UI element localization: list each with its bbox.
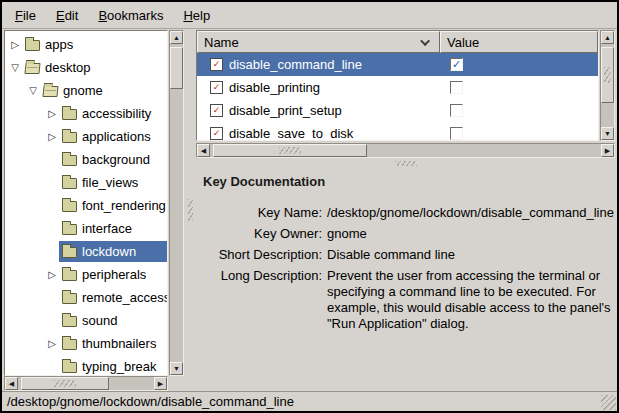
open-folder-icon xyxy=(24,63,40,74)
folder-icon xyxy=(62,247,77,258)
tree-item-desktop[interactable]: ▽ desktop xyxy=(5,56,167,79)
menu-help[interactable]: Help xyxy=(173,5,220,26)
expander-collapsed-icon[interactable]: ▷ xyxy=(8,39,22,50)
expander-expanded-icon[interactable]: ▽ xyxy=(8,62,22,73)
pane-splitter-vertical[interactable] xyxy=(186,29,195,391)
splitter-grip xyxy=(188,199,193,221)
key-documentation-pane: Key Documentation Key Name: /desktop/gno… xyxy=(196,168,615,391)
splitter-grip xyxy=(395,161,417,166)
scroll-up-icon[interactable]: ▲ xyxy=(170,31,183,44)
doc-long-description-value: Prevent the user from accessing the term… xyxy=(327,268,615,332)
value-checkbox[interactable]: ✓ xyxy=(450,58,463,71)
tree-vscroll-thumb[interactable] xyxy=(170,47,183,89)
key-list-vertical-scrollbar[interactable]: ▲ ▼ xyxy=(600,30,615,141)
menu-file[interactable]: File xyxy=(5,5,46,26)
scroll-up-icon[interactable]: ▲ xyxy=(601,31,614,44)
key-row-disable-save-to-disk[interactable]: ✓disable_save_to_disk ✓ xyxy=(197,122,598,141)
doc-short-description-value: Disable command line xyxy=(327,247,615,263)
expander-collapsed-icon[interactable]: ▷ xyxy=(45,338,59,349)
key-icon: ✓ xyxy=(210,81,223,94)
scroll-down-icon[interactable]: ▼ xyxy=(170,362,183,375)
folder-icon xyxy=(62,270,77,281)
tree-item-peripherals[interactable]: ▷ peripherals xyxy=(5,263,167,286)
doc-field-label: Key Name: xyxy=(196,205,322,221)
column-header-value[interactable]: Value xyxy=(440,31,598,53)
tree-item-interface[interactable]: interface xyxy=(5,217,167,240)
tree-hscroll-thumb[interactable] xyxy=(21,377,109,390)
tree-item-applications[interactable]: ▷ applications xyxy=(5,125,167,148)
value-checkbox[interactable]: ✓ xyxy=(450,127,463,140)
tree-item-file-views[interactable]: file_views xyxy=(5,171,167,194)
value-checkbox[interactable]: ✓ xyxy=(450,104,463,117)
tree-item-accessibility[interactable]: ▷ accessibility xyxy=(5,102,167,125)
doc-field-label: Key Owner: xyxy=(196,226,322,242)
statusbar-path: /desktop/gnome/lockdown/disable_command_… xyxy=(7,394,294,409)
value-checkbox[interactable]: ✓ xyxy=(450,81,463,94)
folder-icon xyxy=(25,40,40,51)
config-tree: ▷ apps ▽ desktop ▽ gnome ▷ accessibility… xyxy=(4,30,168,376)
folder-icon xyxy=(62,362,77,373)
doc-key-owner-value: gnome xyxy=(327,226,615,242)
open-folder-icon xyxy=(42,86,58,97)
folder-icon xyxy=(62,316,77,327)
folder-icon xyxy=(62,293,77,304)
folder-icon xyxy=(62,132,77,143)
tree-item-sound[interactable]: sound xyxy=(5,309,167,332)
menu-bookmarks[interactable]: Bookmarks xyxy=(88,5,173,26)
menu-edit[interactable]: Edit xyxy=(46,5,88,26)
scroll-down-icon[interactable]: ▼ xyxy=(601,127,614,140)
folder-icon xyxy=(62,339,77,350)
tree-item-background[interactable]: background xyxy=(5,148,167,171)
scroll-right-icon[interactable]: ▶ xyxy=(601,144,614,157)
folder-icon xyxy=(62,201,77,212)
key-list-horizontal-scrollbar[interactable]: ◀ ▶ xyxy=(196,143,615,158)
sort-indicator-icon xyxy=(420,36,430,46)
key-row-disable-printing[interactable]: ✓disable_printing ✓ xyxy=(197,76,598,99)
key-row-disable-command-line[interactable]: ✓disable_command_line ✓ xyxy=(197,53,598,76)
tree-vertical-scrollbar[interactable]: ▲ ▼ xyxy=(169,30,184,376)
folder-icon xyxy=(62,155,77,166)
tree-item-remote-access[interactable]: remote_access xyxy=(5,286,167,309)
expander-collapsed-icon[interactable]: ▷ xyxy=(45,269,59,280)
doc-field-label: Short Description: xyxy=(196,247,322,263)
tree-item-apps[interactable]: ▷ apps xyxy=(5,33,167,56)
tree-item-thumbnailers[interactable]: ▷ thumbnailers xyxy=(5,332,167,355)
gconf-editor-window: File Edit Bookmarks Help ▷ apps ▽ deskto… xyxy=(0,0,619,413)
key-row-disable-print-setup[interactable]: ✓disable_print_setup ✓ xyxy=(197,99,598,122)
doc-key-name-value: /desktop/gnome/lockdown/disable_command_… xyxy=(327,205,615,221)
doc-title: Key Documentation xyxy=(196,168,615,189)
column-header-name[interactable]: Name xyxy=(197,31,440,53)
list-hscroll-thumb[interactable] xyxy=(213,144,367,157)
key-icon: ✓ xyxy=(210,104,223,117)
tree-horizontal-scrollbar[interactable]: ◀ ▶ xyxy=(4,376,168,391)
pane-splitter-horizontal[interactable] xyxy=(196,158,615,168)
scroll-right-icon[interactable]: ▶ xyxy=(154,377,167,390)
key-list: Name Value ✓disable_command_line ✓ ✓disa… xyxy=(196,30,599,141)
expander-expanded-icon[interactable]: ▽ xyxy=(26,85,40,96)
scroll-left-icon[interactable]: ◀ xyxy=(5,377,18,390)
key-list-header: Name Value xyxy=(197,31,598,53)
tree-item-typing-break[interactable]: typing_break xyxy=(5,355,167,376)
statusbar: /desktop/gnome/lockdown/disable_command_… xyxy=(2,391,617,411)
expander-collapsed-icon[interactable]: ▷ xyxy=(45,131,59,142)
key-icon: ✓ xyxy=(210,58,223,71)
tree-item-lockdown[interactable]: lockdown xyxy=(5,240,167,263)
doc-field-label: Long Description: xyxy=(196,268,322,332)
resize-grip[interactable] xyxy=(601,395,616,410)
expander-collapsed-icon[interactable]: ▷ xyxy=(45,108,59,119)
menubar: File Edit Bookmarks Help xyxy=(2,2,617,29)
folder-icon xyxy=(62,178,77,189)
tree-item-gnome[interactable]: ▽ gnome xyxy=(5,79,167,102)
folder-icon xyxy=(62,224,77,235)
list-vscroll-thumb[interactable] xyxy=(601,47,614,103)
key-icon: ✓ xyxy=(210,127,223,140)
scroll-left-icon[interactable]: ◀ xyxy=(197,144,210,157)
folder-icon xyxy=(62,109,77,120)
tree-item-font-rendering[interactable]: font_rendering xyxy=(5,194,167,217)
